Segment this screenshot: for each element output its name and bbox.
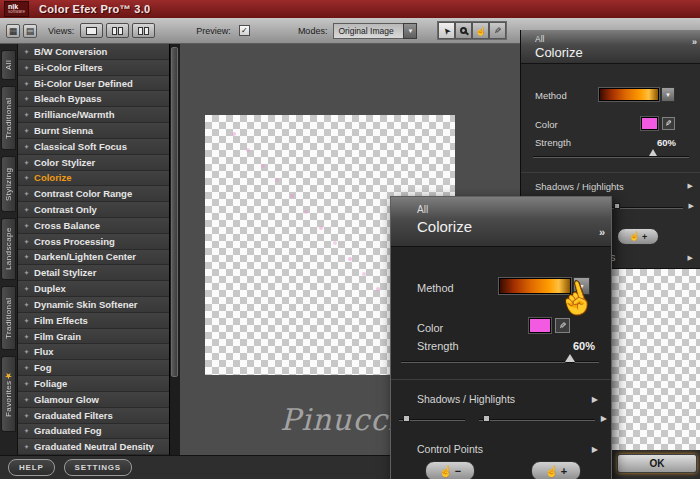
- canvas-pink-speckles: [205, 115, 207, 117]
- side-tab-stylizing[interactable]: Stylizing: [1, 156, 16, 212]
- filter-label: Film Effects: [34, 315, 88, 326]
- eyedropper-tool-button[interactable]: ✎: [489, 22, 506, 39]
- filter-list-item[interactable]: ✦Bleach Bypass: [18, 91, 169, 107]
- filter-list-item[interactable]: ✦Cross Balance: [18, 218, 169, 234]
- control-points-expand-icon[interactable]: ▶: [688, 254, 693, 262]
- filter-list-item[interactable]: ✦Bi-Color Filters: [18, 60, 169, 76]
- filter-label: Cross Balance: [34, 220, 100, 231]
- highlights-slider[interactable]: [611, 207, 683, 209]
- mode-dropdown-arrow-icon[interactable]: ▼: [403, 23, 417, 39]
- filter-bullet-icon: ✦: [24, 80, 29, 87]
- highlights-slider-thumb[interactable]: [483, 415, 490, 422]
- strength-label: Strength: [417, 340, 459, 352]
- side-tab-label: Favorites: [4, 381, 13, 418]
- strength-slider-thumb[interactable]: [565, 354, 575, 362]
- filter-label: Duplex: [34, 283, 66, 294]
- filter-bullet-icon: ✦: [24, 143, 29, 150]
- filter-list-item[interactable]: ✦Classical Soft Focus: [18, 139, 169, 155]
- hand-cursor-icon: ☝: [629, 232, 640, 241]
- panel-header: All Colorize »: [521, 30, 700, 64]
- shadows-highlights-expand-icon[interactable]: ▶: [688, 182, 693, 190]
- overlay-collapse-icon[interactable]: »: [599, 226, 605, 238]
- filter-list-item[interactable]: ✦Fog: [18, 360, 169, 376]
- side-tab-landscape[interactable]: Landscape: [1, 218, 16, 280]
- filter-list-item[interactable]: ✦Contrast Color Range: [18, 186, 169, 202]
- side-tab-all[interactable]: All: [1, 50, 16, 80]
- filter-list-item[interactable]: ✦Darken/Lighten Center: [18, 250, 169, 266]
- filter-list-item[interactable]: ✦Graduated Fog: [18, 424, 169, 440]
- add-control-point-button[interactable]: ☝+: [531, 461, 581, 479]
- side-tab-label: Traditional: [4, 97, 13, 138]
- filter-bullet-icon: ✦: [24, 190, 29, 197]
- side-by-side-view-button[interactable]: [132, 23, 155, 38]
- highlights-slider[interactable]: [479, 419, 595, 421]
- method-dropdown-arrow-icon[interactable]: ▼: [661, 87, 675, 102]
- shadows-highlights-label: Shadows / Highlights: [417, 393, 515, 405]
- control-points-expand-icon[interactable]: ▶: [592, 445, 598, 454]
- filter-list-item[interactable]: ✦Film Effects: [18, 313, 169, 329]
- shadows-highlights-expand-icon[interactable]: ▶: [592, 395, 598, 404]
- pointer-icon: ➤: [441, 24, 454, 36]
- filter-list: ✦B/W Conversion✦Bi-Color Filters✦Bi-Colo…: [17, 44, 169, 455]
- filter-label: Classical Soft Focus: [34, 141, 127, 152]
- filter-list-item[interactable]: ✦Flux: [18, 344, 169, 360]
- color-swatch[interactable]: [529, 318, 551, 333]
- filter-list-item[interactable]: ✦Color Stylizer: [18, 155, 169, 171]
- shadows-slider-thumb[interactable]: [403, 415, 410, 422]
- side-tab-traditional[interactable]: Traditional: [1, 86, 16, 150]
- grid-view-icon[interactable]: ▦: [6, 24, 20, 38]
- help-button[interactable]: HELP: [8, 459, 55, 476]
- filter-list-item[interactable]: ✦Graduated Filters: [18, 408, 169, 424]
- method-gradient-swatch[interactable]: [599, 88, 659, 101]
- side-tab-traditional[interactable]: Traditional: [1, 286, 16, 350]
- split-view-button[interactable]: [106, 23, 129, 38]
- color-picker-button[interactable]: ✎: [662, 117, 675, 130]
- filter-list-scrollbar[interactable]: [169, 44, 180, 455]
- filter-list-item[interactable]: ✦Bi-Color User Defined: [18, 76, 169, 92]
- views-label: Views:: [48, 26, 74, 36]
- sliders-expand-icon[interactable]: ▶: [689, 202, 694, 210]
- filter-list-item[interactable]: ✦Duplex: [18, 281, 169, 297]
- panel-collapse-icon[interactable]: »: [692, 37, 697, 47]
- color-label: Color: [417, 322, 443, 334]
- list-view-icon[interactable]: ▤: [23, 24, 37, 38]
- sliders-expand-icon[interactable]: ▶: [601, 414, 607, 423]
- filter-list-item[interactable]: ✦Burnt Sienna: [18, 123, 169, 139]
- filter-list-item[interactable]: ✦Film Grain: [18, 329, 169, 345]
- filter-list-item[interactable]: ✦Dynamic Skin Softener: [18, 297, 169, 313]
- remove-control-point-button[interactable]: ☝−: [425, 461, 475, 479]
- filter-label: Film Grain: [34, 331, 81, 342]
- color-swatch[interactable]: [641, 117, 658, 130]
- filter-list-item[interactable]: ✦B/W Conversion: [18, 44, 169, 60]
- strength-slider-thumb[interactable]: [649, 149, 657, 156]
- strength-slider[interactable]: [533, 156, 689, 158]
- check-icon: ✓: [241, 26, 248, 35]
- control-points-label: Control Points: [417, 443, 483, 455]
- mode-select[interactable]: Original Image: [333, 23, 403, 39]
- filter-list-item[interactable]: ✦Glamour Glow: [18, 392, 169, 408]
- side-tab-favorites[interactable]: Favorites★: [1, 356, 16, 432]
- method-label: Method: [535, 90, 567, 101]
- zoom-tool-button[interactable]: [455, 22, 472, 39]
- settings-button[interactable]: SETTINGS: [64, 459, 132, 476]
- filter-list-item[interactable]: ✦Brilliance/Warmth: [18, 107, 169, 123]
- preview-checkbox[interactable]: ✓: [239, 25, 250, 36]
- scrollbar-thumb[interactable]: [171, 47, 178, 377]
- filter-list-item[interactable]: ✦Foliage: [18, 376, 169, 392]
- filter-list-item[interactable]: ✦Cross Processing: [18, 234, 169, 250]
- single-view-button[interactable]: [80, 23, 103, 38]
- filter-list-item[interactable]: ✦Detail Stylizer: [18, 265, 169, 281]
- filter-list-item[interactable]: ✦Contrast Only: [18, 202, 169, 218]
- pan-tool-button[interactable]: ☝: [472, 22, 489, 39]
- hand-tool-icon: ☝: [475, 26, 486, 36]
- filter-list-item[interactable]: ✦Graduated Neutral Density: [18, 439, 169, 455]
- add-control-point-button[interactable]: ☝+: [617, 228, 659, 245]
- filter-label: Bi-Color Filters: [34, 62, 103, 73]
- ok-button[interactable]: OK: [617, 454, 697, 473]
- pointer-tool-button[interactable]: ➤: [438, 22, 455, 39]
- zoomed-colorize-panel: All Colorize » Method ▼ ☝ Color ✎ Streng…: [390, 196, 612, 479]
- highlights-slider-thumb[interactable]: [614, 203, 620, 209]
- filter-list-item[interactable]: ✦Colorize: [18, 171, 169, 187]
- mode-selected-value: Original Image: [338, 26, 393, 36]
- side-tab-label: Traditional: [4, 297, 13, 338]
